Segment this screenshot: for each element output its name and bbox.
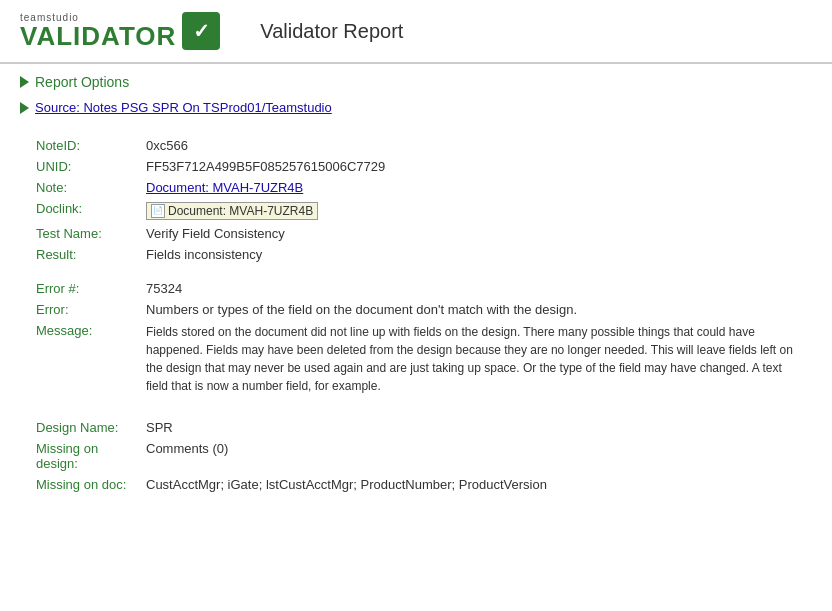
- note-id-label: NoteID:: [30, 135, 140, 156]
- table-row: Missing on doc: CustAcctMgr; iGate; lstC…: [30, 474, 802, 495]
- missing-design-value: Comments (0): [140, 438, 802, 474]
- error-value: Numbers or types of the field on the doc…: [140, 299, 802, 320]
- error-num-label: Error #:: [30, 278, 140, 299]
- testname-label: Test Name:: [30, 223, 140, 244]
- table-row: Design Name: SPR: [30, 417, 802, 438]
- error-num-value: 75324: [140, 278, 802, 299]
- table-row: Missing on design: Comments (0): [30, 438, 802, 474]
- checkmark-icon: ✓: [193, 19, 210, 43]
- logo-text: teamstudio VALIDATOR: [20, 13, 176, 49]
- missing-doc-value: CustAcctMgr; iGate; lstCustAcctMgr; Prod…: [140, 474, 802, 495]
- report-options-section[interactable]: Report Options: [0, 64, 832, 95]
- table-row: Error: Numbers or types of the field on …: [30, 299, 802, 320]
- source-link[interactable]: Source: Notes PSG SPR On TSProd01/Teamst…: [35, 100, 332, 115]
- spacer-row-2: [30, 398, 802, 417]
- doclink-label: Doclink:: [30, 198, 140, 223]
- table-row: Test Name: Verify Field Consistency: [30, 223, 802, 244]
- logo-area: teamstudio VALIDATOR ✓: [20, 12, 220, 50]
- validator-icon: ✓: [182, 12, 220, 50]
- table-row: Error #: 75324: [30, 278, 802, 299]
- doclink-doc-icon: 📄: [151, 204, 165, 218]
- message-label: Message:: [30, 320, 140, 398]
- testname-value: Verify Field Consistency: [140, 223, 802, 244]
- missing-design-label: Missing on design:: [30, 438, 140, 474]
- unid-label: UNID:: [30, 156, 140, 177]
- design-name-label: Design Name:: [30, 417, 140, 438]
- spacer-row: [30, 265, 802, 278]
- content-area: NoteID: 0xc566 UNID: FF53F712A499B5F0852…: [0, 125, 832, 515]
- table-row: Result: Fields inconsistency: [30, 244, 802, 265]
- source-expand-icon: [20, 102, 29, 114]
- note-link[interactable]: Document: MVAH-7UZR4B: [146, 180, 303, 195]
- missing-doc-label: Missing on doc:: [30, 474, 140, 495]
- expand-icon: [20, 76, 29, 88]
- validator-label: VALIDATOR: [20, 23, 176, 49]
- design-name-value: SPR: [140, 417, 802, 438]
- table-row: NoteID: 0xc566: [30, 135, 802, 156]
- note-value: Document: MVAH-7UZR4B: [140, 177, 802, 198]
- doclink-text: Document: MVAH-7UZR4B: [168, 204, 313, 218]
- doclink-box[interactable]: 📄 Document: MVAH-7UZR4B: [146, 202, 318, 220]
- header: teamstudio VALIDATOR ✓ Validator Report: [0, 0, 832, 64]
- table-row: UNID: FF53F712A499B5F085257615006C7729: [30, 156, 802, 177]
- source-section: Source: Notes PSG SPR On TSProd01/Teamst…: [0, 95, 832, 125]
- message-value: Fields stored on the document did not li…: [140, 320, 802, 398]
- note-id-value: 0xc566: [140, 135, 802, 156]
- result-label: Result:: [30, 244, 140, 265]
- unid-value: FF53F712A499B5F085257615006C7729: [140, 156, 802, 177]
- table-row: Note: Document: MVAH-7UZR4B: [30, 177, 802, 198]
- fields-table: NoteID: 0xc566 UNID: FF53F712A499B5F0852…: [30, 135, 802, 495]
- result-value: Fields inconsistency: [140, 244, 802, 265]
- table-row: Message: Fields stored on the document d…: [30, 320, 802, 398]
- page-title: Validator Report: [260, 20, 403, 43]
- doclink-value: 📄 Document: MVAH-7UZR4B: [140, 198, 802, 223]
- note-label: Note:: [30, 177, 140, 198]
- table-row: Doclink: 📄 Document: MVAH-7UZR4B: [30, 198, 802, 223]
- report-options-label[interactable]: Report Options: [35, 74, 129, 90]
- error-label: Error:: [30, 299, 140, 320]
